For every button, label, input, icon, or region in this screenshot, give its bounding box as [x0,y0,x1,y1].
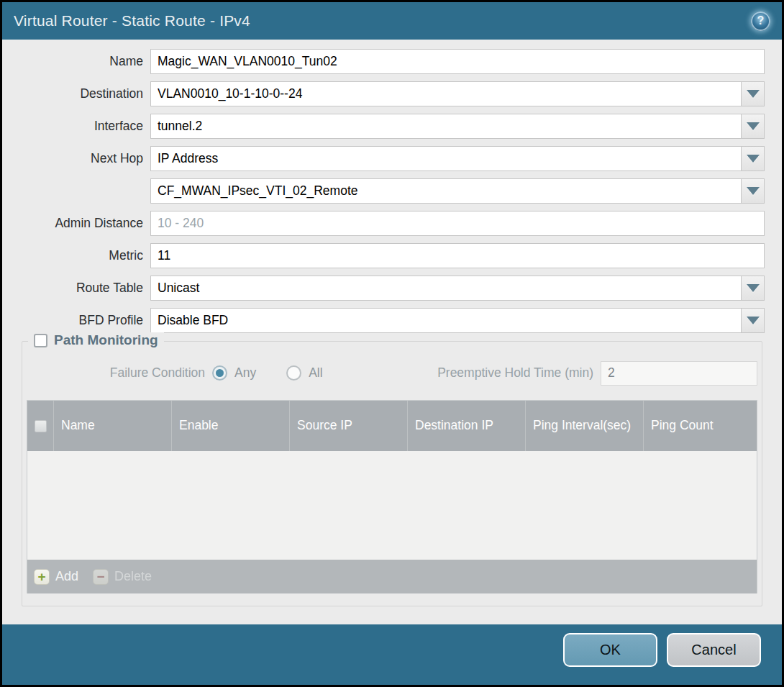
title-bar: Virtual Router - Static Route - IPv4 ? [2,2,782,40]
column-header-destination-ip: Destination IP [407,401,525,451]
bfd-profile-input[interactable] [150,308,742,333]
path-monitoring-table: Name Enable Source IP Destination IP Pin… [27,400,757,593]
dialog-footer: OK Cancel [2,624,782,685]
ok-button[interactable]: OK [563,633,657,667]
destination-dropdown-button[interactable] [741,81,765,106]
radio-any-label: Any [234,365,256,381]
table-header: Name Enable Source IP Destination IP Pin… [27,401,757,451]
static-route-dialog: Virtual Router - Static Route - IPv4 ? N… [0,0,784,687]
path-monitoring-section: Path Monitoring Failure Condition Any Al… [22,341,762,606]
name-row: Name [19,49,765,74]
path-monitoring-checkbox[interactable] [34,334,47,347]
column-header-ping-count: Ping Count [643,401,757,451]
cancel-button[interactable]: Cancel [667,633,761,667]
destination-input[interactable] [150,81,742,106]
preemptive-hold-label: Preemptive Hold Time (min) [437,365,601,381]
bfd-profile-dropdown-button[interactable] [741,308,765,333]
destination-row: Destination [19,81,765,106]
add-button[interactable]: + Add [34,569,78,585]
radio-all-label: All [309,365,322,381]
chevron-down-icon [747,90,760,98]
destination-label: Destination [19,86,150,101]
table-toolbar: + Add − Delete [27,560,757,593]
chevron-down-icon [747,317,760,324]
failure-condition-row: Failure Condition Any All Preemptive Hol… [27,360,757,386]
plus-icon: + [34,569,50,585]
interface-dropdown-button[interactable] [741,114,765,139]
next-hop-address-dropdown-button[interactable] [741,178,765,204]
path-monitoring-legend: Path Monitoring [28,332,164,348]
route-table-dropdown-button[interactable] [741,276,765,301]
chevron-down-icon [747,122,760,130]
chevron-down-icon [747,187,760,195]
table-body-empty [27,451,757,560]
add-button-label: Add [55,569,78,584]
preemptive-hold-input[interactable] [601,361,757,386]
chevron-down-icon [747,155,760,163]
name-input[interactable] [150,49,765,74]
metric-input[interactable] [150,243,765,268]
help-glyph: ? [757,14,765,27]
select-all-checkbox[interactable] [35,420,47,432]
delete-button-label: Delete [114,569,152,584]
radio-all[interactable] [286,365,301,381]
column-header-source-ip: Source IP [289,401,407,451]
name-label: Name [19,54,150,69]
bfd-profile-row: BFD Profile [19,308,765,333]
interface-row: Interface [19,114,765,139]
delete-button[interactable]: − Delete [93,569,152,585]
dialog-content: Name Destination Interface [2,40,782,624]
select-all-cell [27,401,53,451]
admin-distance-input[interactable] [150,211,765,236]
column-header-ping-interval: Ping Interval(sec) [525,401,643,451]
next-hop-address-row [19,178,765,204]
next-hop-label: Next Hop [19,151,150,166]
metric-row: Metric [19,243,765,268]
column-header-name: Name [53,401,171,451]
column-header-enable: Enable [171,401,289,451]
chevron-down-icon [747,284,760,292]
route-table-input[interactable] [150,276,742,301]
minus-icon: − [93,569,109,585]
bfd-profile-label: BFD Profile [19,313,150,328]
radio-selected-dot [216,369,224,377]
next-hop-row: Next Hop [19,146,765,171]
failure-condition-any-option: Any [212,365,256,381]
next-hop-type-dropdown-button[interactable] [741,146,765,171]
route-table-row: Route Table [19,276,765,301]
interface-label: Interface [19,119,150,134]
preemptive-hold-group: Preemptive Hold Time (min) [437,361,757,386]
admin-distance-row: Admin Distance [19,211,765,236]
next-hop-type-input[interactable] [150,146,742,171]
path-monitoring-title: Path Monitoring [54,332,158,348]
admin-distance-label: Admin Distance [19,216,150,231]
radio-any[interactable] [212,365,227,381]
failure-condition-label: Failure Condition [27,365,212,381]
route-table-label: Route Table [19,281,150,296]
interface-input[interactable] [150,114,742,139]
failure-condition-all-option: All [286,365,322,381]
help-icon[interactable]: ? [751,12,770,31]
metric-label: Metric [19,248,150,263]
next-hop-address-input[interactable] [150,178,742,204]
dialog-title: Virtual Router - Static Route - IPv4 [14,12,751,29]
